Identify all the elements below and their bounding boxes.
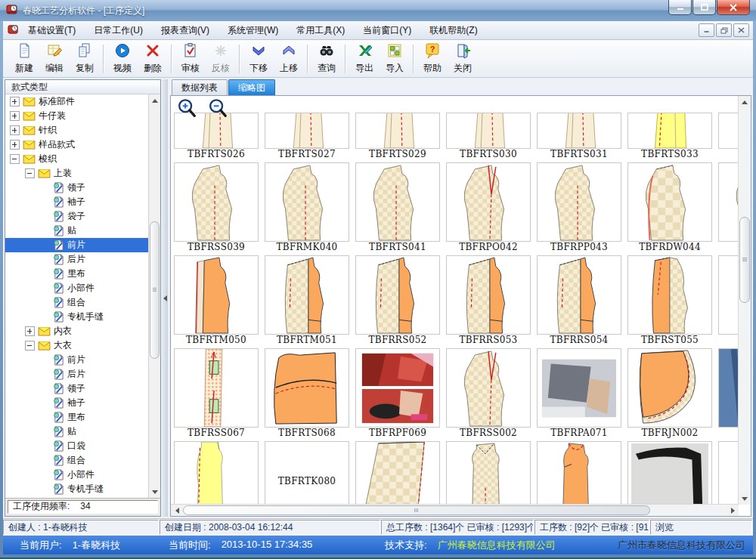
scroll-right-icon[interactable]: [727, 505, 739, 516]
tree-item-11[interactable]: 后片: [5, 252, 149, 267]
toolbar-button-11[interactable]: 上移: [274, 42, 304, 76]
pattern-piece-image[interactable]: [355, 441, 440, 504]
pattern-piece-image[interactable]: [718, 162, 738, 242]
pattern-piece-image[interactable]: [355, 113, 440, 149]
pattern-piece-image[interactable]: [446, 441, 531, 504]
tree-item-5[interactable]: 上装: [5, 166, 149, 181]
tree-item-28[interactable]: [5, 496, 149, 498]
pattern-piece-image[interactable]: [718, 441, 738, 504]
pattern-piece-image[interactable]: [627, 113, 712, 149]
thumbnail-cell[interactable]: TBFRSS039: [174, 162, 259, 253]
thumbnail-cell[interactable]: TBFRMK040: [265, 162, 349, 253]
scroll-up-icon[interactable]: [739, 96, 751, 107]
tree-item-10[interactable]: 前片: [5, 238, 149, 252]
pattern-piece-image[interactable]: [537, 441, 621, 504]
thumbnail-cell[interactable]: TBFRPO042: [446, 162, 531, 253]
pattern-piece-image[interactable]: [265, 255, 349, 335]
tree-item-2[interactable]: 针织: [5, 123, 149, 137]
pattern-piece-image[interactable]: [537, 255, 621, 335]
mdi-minimize-button[interactable]: [699, 23, 714, 37]
toolbar-button-2[interactable]: 复制: [70, 42, 100, 76]
thumbnail-cell[interactable]: TBFRTM051: [265, 255, 349, 346]
scrollbar-thumb[interactable]: [739, 217, 750, 303]
zoom-out-icon[interactable]: [207, 98, 228, 122]
tree-item-13[interactable]: 小部件: [5, 281, 149, 295]
thumbnail-cell[interactable]: [718, 441, 738, 504]
tree-item-4[interactable]: 梭织: [5, 152, 149, 166]
pattern-piece-image[interactable]: [355, 348, 440, 428]
menu-item-4[interactable]: 常用工具(X): [287, 22, 354, 39]
panel-splitter[interactable]: [161, 79, 168, 517]
tree-item-27[interactable]: 专机手缝: [5, 482, 149, 496]
pattern-piece-image[interactable]: [174, 162, 259, 242]
pattern-piece-image[interactable]: [446, 162, 531, 242]
tree-item-20[interactable]: 领子: [5, 381, 149, 396]
expand-icon[interactable]: [10, 125, 20, 135]
menu-item-5[interactable]: 当前窗口(Y): [354, 22, 420, 39]
pattern-piece-image[interactable]: [446, 255, 531, 335]
pattern-piece-image[interactable]: [627, 348, 712, 428]
minimize-button[interactable]: [668, 0, 692, 15]
pattern-piece-image[interactable]: [446, 113, 531, 149]
thumbnail-cell[interactable]: TBFRTS030: [446, 113, 531, 160]
tree-item-14[interactable]: 组合: [5, 295, 149, 310]
scrollbar-thumb[interactable]: [183, 505, 650, 515]
tree-item-12[interactable]: 里布: [5, 267, 149, 281]
thumbnail-cell[interactable]: TBFRSS067: [174, 348, 259, 439]
zoom-in-icon[interactable]: [176, 98, 197, 122]
tree-scrollbar[interactable]: [148, 94, 160, 498]
pattern-piece-image[interactable]: [174, 255, 259, 335]
thumbnail-cell[interactable]: TBFRDW044: [627, 162, 712, 253]
close-button[interactable]: [717, 0, 750, 15]
pattern-piece-image[interactable]: [718, 113, 738, 149]
thumbnail-cell[interactable]: [174, 441, 259, 504]
tree-item-16[interactable]: 内衣: [5, 324, 149, 338]
thumbnail-cell[interactable]: TBFRJN002: [627, 348, 712, 439]
thumbnail-cell[interactable]: TBFRTK080: [265, 441, 349, 504]
pattern-piece-image[interactable]: [537, 348, 621, 428]
thumbnail-cell[interactable]: [446, 441, 531, 504]
expand-icon[interactable]: [25, 326, 35, 336]
expand-icon[interactable]: [10, 140, 20, 150]
menu-item-0[interactable]: 基础设置(T): [19, 22, 85, 39]
tree-item-26[interactable]: 小部件: [5, 468, 149, 482]
tab-thumbnail-view[interactable]: 缩略图: [228, 79, 275, 95]
toolbar-button-10[interactable]: 下移: [243, 42, 274, 76]
menu-item-1[interactable]: 日常工作(U): [85, 22, 152, 39]
toolbar-button-19[interactable]: 关闭: [448, 42, 478, 76]
pattern-piece-image[interactable]: [265, 348, 349, 428]
tab-data-list[interactable]: 数据列表: [172, 79, 228, 95]
thumbnail-cell[interactable]: [718, 348, 738, 439]
thumbnail-cell[interactable]: TBFRPP043: [537, 162, 621, 253]
pattern-piece-image[interactable]: [627, 255, 712, 335]
mdi-close-button[interactable]: [733, 23, 749, 37]
thumbnail-cell[interactable]: TBFRRS052: [355, 255, 440, 346]
pattern-piece-image[interactable]: [355, 162, 440, 242]
pattern-piece-image[interactable]: TBFRTK080: [265, 441, 349, 504]
tree-item-8[interactable]: 袋子: [5, 209, 149, 224]
tree-item-22[interactable]: 里布: [5, 410, 149, 425]
toolbar-button-1[interactable]: 编辑: [39, 42, 70, 76]
mdi-restore-button[interactable]: [716, 23, 732, 37]
tree-item-6[interactable]: 领子: [5, 181, 149, 195]
expand-icon[interactable]: [10, 111, 20, 121]
maximize-button[interactable]: [692, 0, 716, 15]
toolbar-button-4[interactable]: 视频: [107, 42, 138, 76]
thumbnail-cell[interactable]: TBFRSS002: [446, 348, 531, 439]
tree-item-1[interactable]: 牛仔装: [5, 109, 149, 123]
tree-item-15[interactable]: 专机手缝: [5, 310, 149, 324]
collapse-arrow-icon[interactable]: [160, 295, 167, 301]
tree-item-23[interactable]: 贴: [5, 425, 149, 439]
tree-item-18[interactable]: 前片: [5, 353, 149, 367]
expand-icon[interactable]: [10, 97, 20, 107]
menu-item-3[interactable]: 系统管理(W): [218, 22, 287, 39]
scroll-up-icon[interactable]: [149, 94, 160, 106]
thumbnail-cell[interactable]: TBFRRS054: [537, 255, 621, 346]
toolbar-button-16[interactable]: 导入: [380, 42, 410, 76]
tree-item-9[interactable]: 贴: [5, 224, 149, 238]
toolbar-button-18[interactable]: ?帮助: [417, 42, 448, 76]
thumbnail-cell[interactable]: TBFRTS029: [355, 113, 440, 160]
pattern-piece-image[interactable]: [627, 441, 712, 504]
collapse-icon[interactable]: [10, 154, 20, 164]
toolbar-button-5[interactable]: 删除: [138, 42, 168, 76]
